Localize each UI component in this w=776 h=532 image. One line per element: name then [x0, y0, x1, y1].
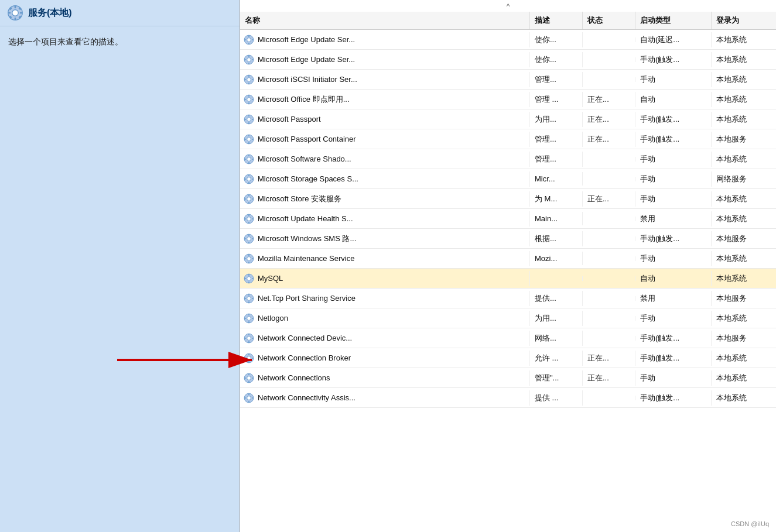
- svg-rect-108: [248, 353, 249, 355]
- service-name-text: Microsoft Update Health S...: [258, 214, 353, 223]
- svg-rect-25: [248, 83, 249, 84]
- svg-rect-120: [248, 393, 249, 395]
- svg-rect-19: [248, 63, 249, 64]
- table-row[interactable]: Microsoft Storage Spaces S...Micr...手动网络…: [240, 169, 776, 189]
- col-header-status[interactable]: 状态: [583, 12, 635, 29]
- service-name-cell: Microsoft Update Health S...: [240, 211, 530, 226]
- service-name-text: Network Connected Devic...: [258, 334, 352, 342]
- left-title: 服务(本地): [28, 7, 72, 19]
- table-row[interactable]: Microsoft Passport Container管理...正在...手动…: [240, 129, 776, 149]
- svg-rect-111: [252, 358, 254, 359]
- svg-rect-60: [248, 194, 249, 196]
- service-logon-cell: 本地系统: [712, 251, 776, 266]
- svg-rect-116: [244, 377, 246, 379]
- svg-rect-91: [248, 301, 249, 303]
- service-name-text: Microsoft Passport: [258, 115, 321, 123]
- right-panel: ^ 名称 描述 状态 启动类型 登录为 Microsoft Edge Updat…: [240, 0, 776, 532]
- svg-rect-38: [244, 119, 246, 120]
- gear-icon-small: [244, 54, 254, 65]
- service-status-cell: [583, 256, 635, 261]
- service-logon-cell: 本地系统: [712, 191, 776, 207]
- col-header-name[interactable]: 名称: [240, 12, 530, 29]
- service-name-cell: Microsoft Store 安装服务: [240, 191, 530, 207]
- gear-icon-small: [244, 393, 254, 403]
- svg-rect-50: [244, 159, 246, 160]
- table-row[interactable]: Network Connections管理"...正在...手动本地系统: [240, 368, 776, 388]
- svg-rect-63: [252, 198, 254, 200]
- service-logon-cell: 网络服务: [712, 171, 776, 187]
- service-name-text: Microsoft Storage Spaces S...: [258, 174, 358, 183]
- svg-point-23: [247, 77, 251, 81]
- table-row[interactable]: Microsoft Passport为用...正在...手动(触发...本地系统: [240, 109, 776, 129]
- table-row[interactable]: Netlogon为用...手动本地系统: [240, 308, 776, 328]
- table-row[interactable]: Network Connection Broker允许 ...正在...手动(触…: [240, 348, 776, 368]
- svg-point-17: [247, 57, 251, 61]
- svg-rect-39: [252, 119, 254, 120]
- svg-point-29: [247, 97, 251, 101]
- table-row[interactable]: Microsoft Windows SMS 路...根据...手动(触发...本…: [240, 229, 776, 249]
- table-row[interactable]: MySQL自动本地系统: [240, 269, 776, 289]
- col-header-startup[interactable]: 启动类型: [635, 12, 712, 29]
- service-logon-cell: 本地系统: [712, 152, 776, 167]
- table-row[interactable]: Microsoft Edge Update Ser...使你...手动(触发..…: [240, 50, 776, 70]
- svg-rect-57: [252, 179, 254, 180]
- table-row[interactable]: Network Connected Devic...网络...手动(触发...本…: [240, 328, 776, 348]
- service-name-cell: Microsoft Software Shado...: [240, 152, 530, 167]
- svg-rect-114: [248, 373, 249, 375]
- svg-point-95: [247, 316, 251, 320]
- service-description-cell: 允许 ...: [530, 351, 583, 366]
- svg-rect-87: [252, 278, 254, 279]
- svg-rect-96: [248, 314, 249, 315]
- svg-rect-103: [248, 341, 249, 343]
- table-row[interactable]: Microsoft iSCSI Initiator Ser...管理...手动本…: [240, 70, 776, 90]
- svg-rect-81: [252, 258, 254, 259]
- table-body[interactable]: Microsoft Edge Update Ser...使你...自动(延迟..…: [240, 30, 776, 532]
- svg-rect-75: [252, 238, 254, 239]
- table-row[interactable]: Microsoft Office 即点即用...管理 ...正在...自动本地系…: [240, 90, 776, 109]
- service-name-cell: Net.Tcp Port Sharing Service: [240, 291, 530, 306]
- service-description-cell: 提供...: [530, 291, 583, 306]
- svg-rect-67: [248, 222, 249, 224]
- service-name-text: Net.Tcp Port Sharing Service: [258, 294, 355, 303]
- svg-rect-115: [248, 381, 249, 383]
- service-description-cell: Micr...: [530, 172, 583, 186]
- table-row[interactable]: Net.Tcp Port Sharing Service提供...禁用本地服务: [240, 289, 776, 308]
- svg-rect-43: [248, 142, 249, 144]
- service-logon-cell: 本地服务: [712, 291, 776, 306]
- svg-rect-54: [248, 174, 249, 176]
- col-header-description[interactable]: 描述: [530, 12, 583, 29]
- table-row[interactable]: Microsoft Edge Update Ser...使你...自动(延迟..…: [240, 30, 776, 50]
- table-row[interactable]: Mozilla Maintenance ServiceMozi...手动本地系统: [240, 249, 776, 269]
- svg-rect-97: [248, 321, 249, 323]
- left-description: 选择一个项目来查看它的描述。: [0, 26, 240, 57]
- svg-rect-4: [8, 12, 11, 14]
- svg-rect-84: [248, 274, 249, 276]
- svg-point-11: [247, 37, 251, 42]
- svg-point-53: [247, 177, 251, 181]
- svg-point-1: [12, 10, 19, 16]
- service-status-cell: [583, 37, 635, 42]
- svg-rect-62: [244, 198, 246, 200]
- table-row[interactable]: Microsoft Software Shado...管理...手动本地系统: [240, 149, 776, 169]
- col-header-logon[interactable]: 登录为: [712, 12, 776, 29]
- table-row[interactable]: Microsoft Update Health S...Main...禁用本地系…: [240, 209, 776, 229]
- service-description-cell: 管理 ...: [530, 92, 583, 107]
- service-startup-cell: 手动(触发...: [635, 351, 712, 366]
- svg-rect-20: [244, 59, 246, 60]
- gear-icon-small: [244, 214, 254, 224]
- service-description-cell: 使你...: [530, 32, 583, 47]
- watermark: CSDN @iIUq: [731, 520, 769, 527]
- gear-icon-small: [244, 253, 254, 264]
- svg-rect-122: [244, 397, 246, 399]
- gear-icon-small: [244, 35, 254, 45]
- service-description-cell: Mozi...: [530, 252, 583, 265]
- svg-rect-110: [244, 358, 246, 359]
- gear-icon-small: [244, 94, 254, 105]
- table-row[interactable]: Network Connectivity Assis...提供 ...手动(触发…: [240, 388, 776, 408]
- service-startup-cell: 禁用: [635, 291, 712, 306]
- service-name-text: Microsoft Edge Update Ser...: [258, 55, 355, 64]
- service-name-cell: Microsoft Edge Update Ser...: [240, 32, 530, 47]
- table-row[interactable]: Microsoft Store 安装服务为 M...正在...手动本地系统: [240, 189, 776, 209]
- service-description-cell: 根据...: [530, 231, 583, 246]
- service-startup-cell: 手动(触发...: [635, 112, 712, 127]
